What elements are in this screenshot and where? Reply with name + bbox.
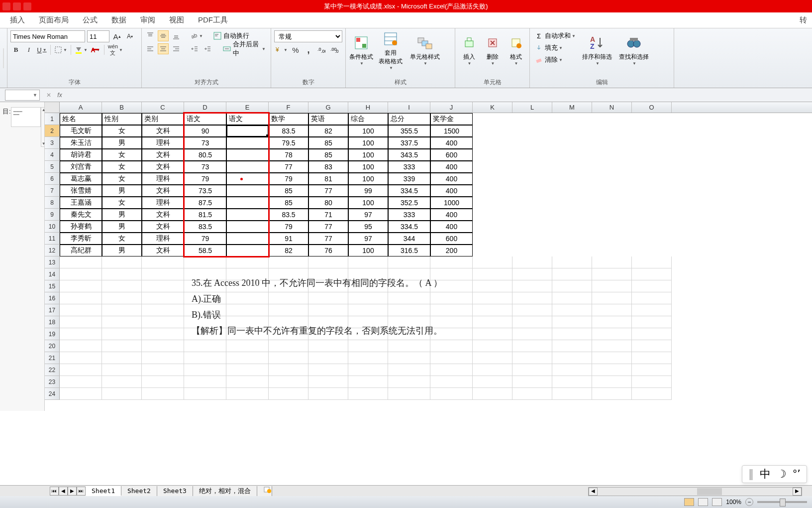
cell[interactable] <box>348 376 388 388</box>
cell[interactable] <box>632 292 672 304</box>
cell[interactable]: 刘宫青 <box>60 161 102 173</box>
menu-formulas[interactable]: 公式 <box>83 15 98 25</box>
cell[interactable]: 343.5 <box>388 149 430 161</box>
cell[interactable]: 女 <box>102 197 142 209</box>
cell[interactable]: 77 <box>308 221 348 233</box>
align-right-button[interactable] <box>171 43 182 54</box>
menu-insert[interactable]: 插入 <box>10 15 25 25</box>
qat-save-icon[interactable] <box>2 2 10 10</box>
cell[interactable]: 英语 <box>308 113 348 125</box>
cell[interactable] <box>142 388 184 400</box>
cell[interactable]: 337.5 <box>388 137 430 149</box>
tab-nav-prev-icon[interactable]: ◀ <box>59 487 68 496</box>
cell[interactable] <box>102 316 142 328</box>
cell[interactable]: 文科 <box>142 245 184 256</box>
cell[interactable]: 理科 <box>142 137 184 149</box>
cell[interactable] <box>388 388 430 400</box>
cell[interactable] <box>102 364 142 376</box>
cell[interactable]: 80 <box>308 197 348 209</box>
row-header-20[interactable]: 20 <box>45 340 60 352</box>
menu-view[interactable]: 视图 <box>169 15 184 25</box>
cell[interactable]: 71 <box>308 209 348 221</box>
cell[interactable] <box>102 376 142 388</box>
comma-button[interactable]: , <box>303 44 314 55</box>
cell[interactable] <box>269 352 308 364</box>
cell[interactable]: 79 <box>269 221 308 233</box>
cell[interactable]: 类别 <box>142 113 184 125</box>
cell[interactable] <box>632 364 672 376</box>
cell[interactable] <box>388 376 430 388</box>
cell[interactable] <box>226 388 269 400</box>
cell[interactable]: 李秀昕 <box>60 233 102 245</box>
cell[interactable]: 81 <box>308 173 348 185</box>
cell[interactable]: 理科 <box>142 233 184 245</box>
cell[interactable]: 文科 <box>142 185 184 197</box>
cell[interactable]: 文科 <box>142 209 184 221</box>
cell[interactable]: 85 <box>308 149 348 161</box>
cell[interactable]: 总分 <box>388 113 430 125</box>
cell[interactable] <box>226 352 269 364</box>
cell[interactable]: 综合 <box>348 113 388 125</box>
cell[interactable]: 79.5 <box>269 137 308 149</box>
cell[interactable]: 83.5 <box>269 209 308 221</box>
qat-undo-icon[interactable] <box>13 2 21 10</box>
cell[interactable] <box>102 268 142 280</box>
align-top-button[interactable] <box>145 30 156 41</box>
cell[interactable] <box>473 316 512 328</box>
cell[interactable] <box>142 304 184 316</box>
cell[interactable] <box>473 388 512 400</box>
cell[interactable] <box>60 304 102 316</box>
cell[interactable] <box>552 340 592 352</box>
cell[interactable]: 女 <box>102 149 142 161</box>
cell[interactable] <box>184 364 226 376</box>
cell[interactable] <box>142 256 184 268</box>
cell[interactable] <box>102 280 142 292</box>
cell[interactable]: 73.5 <box>184 185 226 197</box>
cell[interactable]: 理科 <box>142 173 184 185</box>
conditional-format-button[interactable]: 条件格式▼ <box>349 30 374 70</box>
cell[interactable] <box>632 256 672 268</box>
row-header-2[interactable]: 2 <box>45 125 60 137</box>
cell[interactable] <box>512 376 552 388</box>
cell[interactable]: 100 <box>348 161 388 173</box>
row-header-10[interactable]: 10 <box>45 221 60 233</box>
cell[interactable] <box>102 340 142 352</box>
cell[interactable] <box>592 352 632 364</box>
cell[interactable] <box>473 280 512 292</box>
cell[interactable]: 女 <box>102 125 142 137</box>
number-format-select[interactable]: 常规 <box>274 30 342 42</box>
cell[interactable]: 女 <box>102 161 142 173</box>
slide-thumbnail[interactable]: ▬▬▬▬▬ <box>11 107 41 127</box>
cell[interactable]: 82 <box>308 125 348 137</box>
cell[interactable] <box>348 292 388 304</box>
cell[interactable] <box>632 304 672 316</box>
cell[interactable] <box>226 137 269 149</box>
cell[interactable] <box>269 256 308 268</box>
cell[interactable] <box>512 304 552 316</box>
cell[interactable]: 87.5 <box>184 197 226 209</box>
autosum-button[interactable]: Σ自动求和▼ <box>533 30 578 41</box>
cell[interactable] <box>226 233 269 245</box>
col-header-O[interactable]: O <box>632 102 672 113</box>
cell[interactable] <box>226 161 269 173</box>
cell[interactable] <box>142 280 184 292</box>
tab-nav-last-icon[interactable]: ⏭ <box>77 487 86 496</box>
underline-button[interactable]: U▼ <box>36 44 47 55</box>
cell[interactable] <box>102 304 142 316</box>
cell[interactable] <box>552 364 592 376</box>
col-header-A[interactable]: A <box>60 102 102 113</box>
cell[interactable] <box>592 256 632 268</box>
spreadsheet-grid[interactable]: ABCDEFGHIJKLMNO 123456789101112131415161… <box>45 102 812 411</box>
cell[interactable]: 73 <box>184 161 226 173</box>
format-cells-button[interactable]: 格式▼ <box>505 30 526 70</box>
cell[interactable]: 王嘉涵 <box>60 197 102 209</box>
cell[interactable]: 数学 <box>269 113 308 125</box>
shrink-font-button[interactable]: A▾ <box>124 31 135 42</box>
cell[interactable]: 83 <box>308 161 348 173</box>
fx-icon[interactable]: fx <box>55 90 65 100</box>
cell[interactable]: 97 <box>348 209 388 221</box>
cell[interactable]: 90 <box>184 125 226 137</box>
bold-button[interactable]: B <box>10 44 21 55</box>
cell[interactable]: 80.5 <box>184 149 226 161</box>
cell[interactable] <box>632 328 672 340</box>
